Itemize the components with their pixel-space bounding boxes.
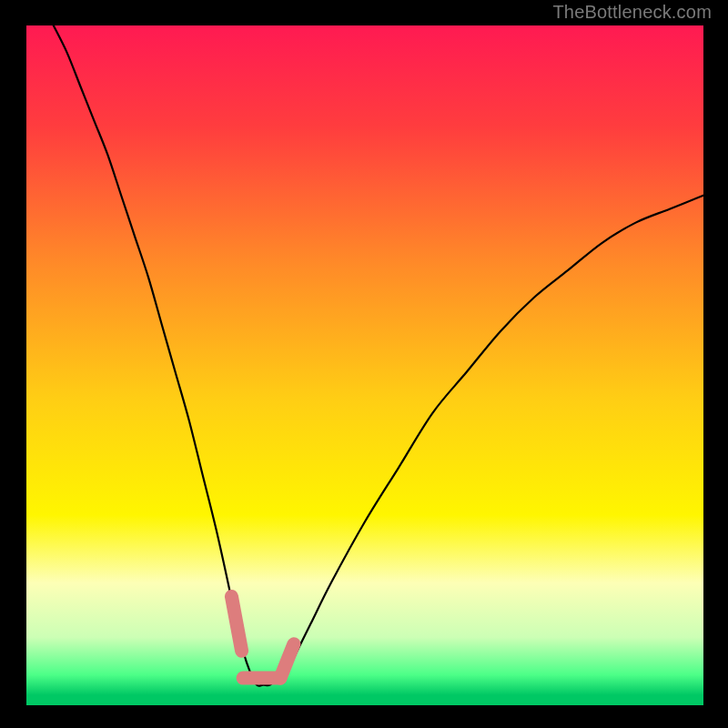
plot-background xyxy=(26,25,703,705)
watermark-text: TheBottleneck.com xyxy=(552,2,712,23)
bottleneck-chart xyxy=(0,0,728,728)
chart-container xyxy=(0,0,728,728)
